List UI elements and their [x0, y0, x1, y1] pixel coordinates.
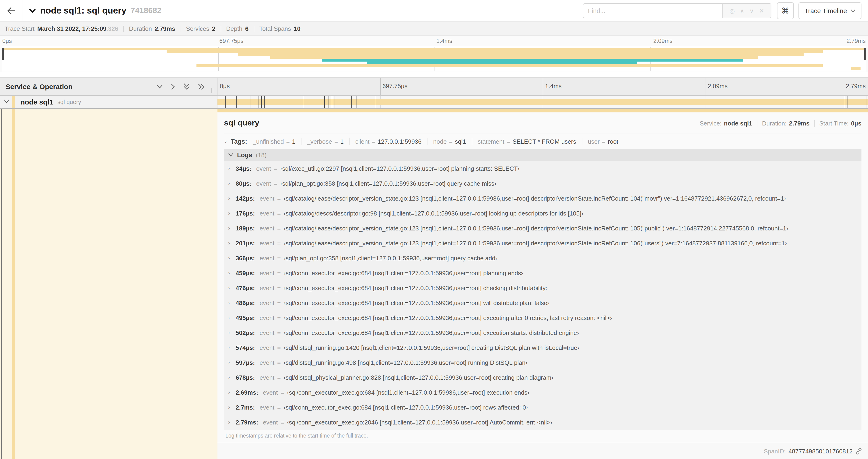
tag-key: _unfinished [253, 138, 284, 145]
trace-view-selector[interactable]: Trace Timeline [798, 2, 862, 19]
log-marker-tick[interactable] [847, 96, 847, 108]
log-row[interactable]: ›678μs:event=‹sql/distsql_physical_plann… [224, 370, 862, 385]
log-row[interactable]: ›34μs:event=‹sql/exec_util.go:2297 [nsql… [224, 161, 862, 176]
span-duration-bar[interactable] [217, 99, 868, 105]
span-service-name: node sql1 [21, 98, 53, 106]
log-marker-tick[interactable] [351, 96, 352, 108]
span-collapse-icon[interactable] [4, 99, 9, 103]
log-message: ‹sql/plan_opt.go:358 [nsql1,client=127.0… [283, 255, 497, 261]
log-row[interactable]: ›502μs:event=‹sql/conn_executor_exec.go:… [224, 325, 862, 340]
log-field-name: event [259, 344, 274, 351]
log-marker-tick[interactable] [258, 96, 259, 108]
minimap-span-bar [851, 67, 861, 70]
log-row[interactable]: ›366μs:event=‹sql/plan_opt.go:358 [nsql1… [224, 251, 862, 265]
log-marker-tick[interactable] [867, 96, 867, 108]
log-marker-tick[interactable] [333, 96, 334, 108]
log-row[interactable]: ›2.79ms:event=‹sql/conn_executor_exec.go… [224, 415, 862, 430]
log-marker-tick[interactable] [375, 96, 376, 108]
log-marker-tick[interactable] [236, 96, 237, 108]
link-icon[interactable] [856, 448, 862, 455]
chevron-right-icon: › [228, 255, 236, 261]
minimap-scrubber-right[interactable] [864, 48, 866, 60]
back-button[interactable] [0, 0, 22, 22]
log-marker-tick[interactable] [329, 96, 329, 108]
span-row[interactable]: node sql1 sql query [0, 96, 868, 109]
log-row[interactable]: ›201μs:event=‹sql/catalog/lease/descript… [224, 236, 862, 251]
log-marker-tick[interactable] [324, 96, 325, 108]
tag-item: statement=SELECT * FROM users [477, 138, 576, 145]
log-row[interactable]: ›597μs:event=‹sql/distsql_running.go:498… [224, 355, 862, 370]
log-marker-tick[interactable] [261, 96, 262, 108]
locate-icon[interactable]: ◎ [730, 7, 735, 14]
chevron-right-icon: › [225, 138, 226, 144]
log-row[interactable]: ›476μs:event=‹sql/conn_executor_exec.go:… [224, 280, 862, 295]
log-row[interactable]: ›2.7ms:event=‹sql/conn_executor_exec.go:… [224, 400, 862, 415]
meta-label: Service: [700, 120, 721, 127]
minimap-span-bar [270, 56, 758, 59]
chevron-right-icon: › [228, 419, 236, 425]
chevron-right-icon: › [228, 374, 236, 380]
log-equals: = [277, 344, 281, 351]
log-marker-tick[interactable] [331, 96, 331, 108]
meta-separator [814, 120, 814, 127]
log-row[interactable]: ›142μs:event=‹sql/catalog/lease/descript… [224, 191, 862, 206]
minimap-axis-label: 2.09ms [653, 38, 673, 44]
log-marker-tick[interactable] [251, 96, 251, 108]
column-resize-handle[interactable] [211, 88, 213, 93]
log-equals: = [277, 314, 281, 321]
log-timestamp: 486μs: [236, 299, 255, 306]
clear-find-icon[interactable]: ✕ [759, 7, 764, 14]
log-timestamp: 495μs: [236, 314, 255, 321]
log-row[interactable]: ›80μs:event=‹sql/plan_opt.go:358 [nsql1,… [224, 176, 862, 191]
find-input[interactable] [583, 3, 723, 18]
trace-summary-bar: Trace StartMarch 31 2022, 17:25:09.326Du… [0, 22, 868, 36]
minimap-canvas[interactable] [2, 47, 866, 71]
log-marker-tick[interactable] [335, 96, 335, 108]
log-row[interactable]: ›2.69ms:event=‹sql/conn_executor_exec.go… [224, 385, 862, 400]
logs-title: Logs [237, 151, 252, 158]
span-id-footer: SpanID: 4877749850101760812 [217, 443, 868, 459]
span-gantt-area[interactable] [217, 96, 868, 108]
log-row[interactable]: ›459μs:event=‹sql/conn_executor_exec.go:… [224, 265, 862, 280]
span-detail-panel: sql query Service:node sql1Duration:2.79… [217, 109, 868, 459]
log-row[interactable]: ›574μs:event=‹sql/distsql_running.go:142… [224, 340, 862, 355]
collapse-one-icon[interactable] [156, 84, 163, 89]
log-marker-tick[interactable] [845, 96, 845, 108]
summary-separator [254, 25, 254, 32]
log-message: ‹sql/conn_executor_exec.go:2046 [nsql1,c… [287, 419, 553, 426]
axis-gridline [380, 78, 380, 95]
log-equals: = [277, 359, 281, 366]
chevron-down-icon[interactable] [29, 8, 36, 13]
expand-all-icon[interactable] [198, 83, 205, 90]
summary-item: Duration2.79ms [129, 25, 175, 32]
find-next-icon[interactable]: ∨ [749, 7, 754, 14]
log-row[interactable]: ›189μs:event=‹sql/catalog/lease/descript… [224, 221, 862, 236]
summary-separator [123, 25, 124, 32]
keyboard-shortcuts-button[interactable]: ⌘ [777, 2, 794, 19]
expand-one-icon[interactable] [171, 83, 176, 90]
logs-header[interactable]: Logs (18) [224, 149, 862, 161]
summary-item: Depth6 [226, 25, 248, 32]
log-marker-tick[interactable] [357, 96, 357, 108]
timeline-axis: 0μs697.75μs1.4ms2.09ms2.79ms [217, 78, 868, 95]
find-prev-icon[interactable]: ∧ [740, 7, 744, 14]
log-field-name: event [259, 329, 274, 336]
meta-separator [757, 120, 757, 127]
log-field-name: event [256, 180, 271, 187]
meta-label: Duration: [762, 120, 787, 127]
log-field-name: event [259, 210, 274, 217]
minimap-scrubber-left[interactable] [2, 48, 4, 60]
minimap-span-bar [197, 64, 823, 67]
axis-tick-label: 1.4ms [545, 83, 562, 90]
log-marker-tick[interactable] [303, 96, 303, 108]
collapse-all-icon[interactable] [183, 83, 190, 90]
tag-equals: = [286, 138, 289, 145]
log-row[interactable]: ›176μs:event=‹sql/catalog/descs/descript… [224, 206, 862, 221]
log-row[interactable]: ›486μs:event=‹sql/conn_executor_exec.go:… [224, 295, 862, 310]
log-message: ‹sql/catalog/lease/descriptor_version_st… [283, 225, 788, 232]
log-row[interactable]: ›495μs:event=‹sql/conn_executor_exec.go:… [224, 310, 862, 325]
log-marker-tick[interactable] [265, 96, 265, 108]
tags-accordion[interactable]: › Tags: _unfinished=1_verbose=1client=12… [224, 133, 862, 149]
span-name-column[interactable]: node sql1 sql query [0, 96, 217, 108]
log-marker-tick[interactable] [225, 96, 226, 108]
